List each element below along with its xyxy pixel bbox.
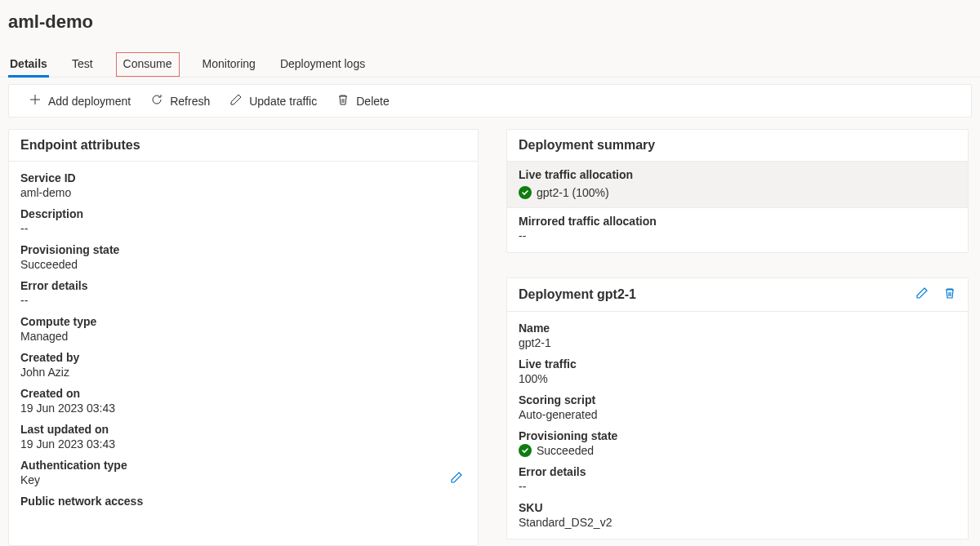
attr-deployment-provisioning: Provisioning state Succeeded bbox=[519, 429, 956, 457]
attr-compute-type: Compute type Managed bbox=[20, 315, 466, 343]
attr-value: Key bbox=[20, 473, 127, 486]
tab-monitoring[interactable]: Monitoring bbox=[201, 52, 257, 77]
check-circle-icon bbox=[519, 186, 532, 199]
attr-value: 19 Jun 2023 03:43 bbox=[20, 402, 466, 415]
attr-value: Managed bbox=[20, 330, 466, 343]
attr-created-by: Created by John Aziz bbox=[20, 351, 466, 379]
attr-label: Provisioning state bbox=[519, 429, 956, 442]
mirrored-traffic-value: -- bbox=[519, 229, 956, 242]
attr-label: Public network access bbox=[20, 495, 466, 508]
attr-label: Provisioning state bbox=[20, 243, 466, 256]
tab-consume[interactable]: Consume bbox=[116, 52, 180, 77]
live-traffic-value: gpt2-1 (100%) bbox=[537, 186, 609, 199]
deployment-detail-header: Deployment gpt2-1 bbox=[519, 287, 636, 302]
check-circle-icon bbox=[519, 444, 532, 457]
deployment-summary-card: Deployment summary Live traffic allocati… bbox=[506, 129, 969, 253]
attr-label: Error details bbox=[20, 279, 466, 292]
attr-scoring-script: Scoring script Auto-generated bbox=[519, 393, 956, 421]
attr-label: Created by bbox=[20, 351, 466, 364]
toolbar: Add deployment Refresh Update traffic De… bbox=[8, 84, 972, 118]
attr-label: Scoring script bbox=[519, 393, 956, 406]
attr-authentication-type: Authentication type Key bbox=[20, 459, 466, 486]
attr-label: Last updated on bbox=[20, 423, 466, 436]
refresh-label: Refresh bbox=[170, 95, 210, 108]
attr-label: SKU bbox=[519, 501, 956, 514]
page-title: aml-demo bbox=[0, 0, 980, 38]
live-traffic-title: Live traffic allocation bbox=[519, 168, 956, 181]
attr-provisioning-state: Provisioning state Succeeded bbox=[20, 243, 466, 271]
refresh-icon bbox=[150, 93, 163, 109]
tab-test[interactable]: Test bbox=[70, 52, 95, 77]
pencil-icon bbox=[229, 93, 243, 109]
endpoint-attributes-header: Endpoint attributes bbox=[9, 130, 478, 162]
attr-label: Authentication type bbox=[20, 459, 127, 472]
endpoint-attributes-card: Endpoint attributes Service ID aml-demo … bbox=[8, 129, 479, 546]
attr-value: John Aziz bbox=[20, 366, 466, 379]
tab-details[interactable]: Details bbox=[8, 52, 49, 77]
attr-value: aml-demo bbox=[20, 186, 466, 199]
delete-label: Delete bbox=[356, 95, 389, 108]
trash-icon bbox=[336, 93, 350, 109]
attr-sku: SKU Standard_DS2_v2 bbox=[519, 501, 956, 529]
attr-public-network-access: Public network access bbox=[20, 495, 466, 508]
add-deployment-button[interactable]: Add deployment bbox=[29, 93, 131, 109]
add-deployment-label: Add deployment bbox=[48, 95, 131, 108]
attr-value: -- bbox=[519, 480, 956, 493]
attr-service-id: Service ID aml-demo bbox=[20, 171, 466, 199]
attr-value: Succeeded bbox=[537, 444, 594, 457]
attr-value: -- bbox=[20, 294, 466, 307]
update-traffic-button[interactable]: Update traffic bbox=[229, 93, 317, 109]
deployment-summary-header: Deployment summary bbox=[507, 130, 968, 162]
attr-value: Auto-generated bbox=[519, 408, 956, 421]
attr-label: Live traffic bbox=[519, 357, 956, 371]
mirrored-traffic-title: Mirrored traffic allocation bbox=[519, 215, 956, 228]
tab-deployment-logs[interactable]: Deployment logs bbox=[278, 52, 367, 77]
attr-last-updated-on: Last updated on 19 Jun 2023 03:43 bbox=[20, 423, 466, 451]
attr-label: Service ID bbox=[20, 171, 466, 184]
pencil-icon bbox=[450, 471, 463, 484]
tabs: Details Test Consume Monitoring Deployme… bbox=[0, 38, 980, 78]
attr-value: gpt2-1 bbox=[519, 336, 956, 349]
delete-deployment-button[interactable] bbox=[943, 286, 956, 303]
attr-deployment-error-details: Error details -- bbox=[519, 465, 956, 493]
attr-value: Succeeded bbox=[20, 258, 466, 271]
update-traffic-label: Update traffic bbox=[249, 95, 317, 108]
attr-value: -- bbox=[20, 222, 466, 235]
deployment-detail-card: Deployment gpt2-1 Name gpt2-1 Live traff… bbox=[506, 277, 969, 539]
attr-created-on: Created on 19 Jun 2023 03:43 bbox=[20, 387, 466, 415]
plus-icon bbox=[29, 93, 42, 109]
attr-label: Created on bbox=[20, 387, 466, 400]
attr-value: Standard_DS2_v2 bbox=[519, 516, 956, 529]
attr-deployment-name: Name gpt2-1 bbox=[519, 322, 956, 349]
live-traffic-allocation: Live traffic allocation gpt2-1 (100%) bbox=[507, 162, 968, 208]
mirrored-traffic-allocation: Mirrored traffic allocation -- bbox=[507, 208, 968, 252]
attr-description: Description -- bbox=[20, 207, 466, 235]
attr-label: Compute type bbox=[20, 315, 466, 328]
edit-deployment-button[interactable] bbox=[915, 286, 929, 303]
attr-live-traffic: Live traffic 100% bbox=[519, 357, 956, 385]
attr-label: Description bbox=[20, 207, 466, 220]
delete-button[interactable]: Delete bbox=[336, 93, 389, 109]
pencil-icon bbox=[915, 286, 929, 300]
trash-icon bbox=[943, 286, 956, 300]
edit-auth-button[interactable] bbox=[450, 471, 463, 486]
attr-label: Name bbox=[519, 322, 956, 335]
attr-value: 19 Jun 2023 03:43 bbox=[20, 437, 466, 451]
attr-value: 100% bbox=[519, 372, 956, 385]
attr-label: Error details bbox=[519, 465, 956, 478]
attr-error-details: Error details -- bbox=[20, 279, 466, 307]
refresh-button[interactable]: Refresh bbox=[150, 93, 210, 109]
